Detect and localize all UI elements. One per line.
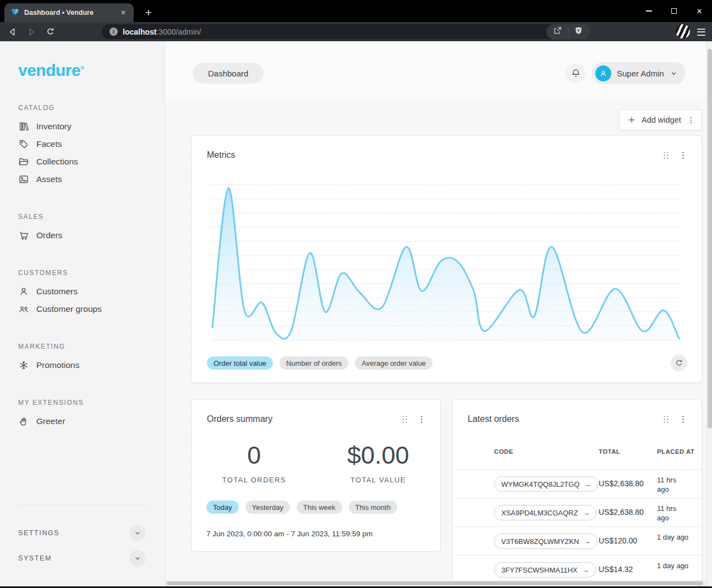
forward-button[interactable] xyxy=(23,24,40,40)
metrics-title: Metrics xyxy=(207,150,235,160)
bell-icon xyxy=(571,68,581,79)
new-tab-button[interactable]: + xyxy=(141,5,156,20)
sidebar-item-customers[interactable]: Customers xyxy=(18,283,165,300)
tab-yesterday[interactable]: Yesterday xyxy=(245,501,290,514)
metrics-chart-area xyxy=(211,183,681,342)
order-placed-at: 1 day ago xyxy=(657,561,689,570)
sidebar-item-collections[interactable]: Collections xyxy=(18,153,165,171)
window-minimize-button[interactable] xyxy=(636,0,661,22)
drag-handle-icon[interactable] xyxy=(662,151,670,160)
order-code-link[interactable]: XSA9PD4LM3CGAQRZ→ xyxy=(494,505,596,520)
order-code-link[interactable]: 3FY7FSCWSHMA11HX→ xyxy=(494,562,596,578)
vendure-logo[interactable]: vendure® xyxy=(18,59,165,79)
window-close-button[interactable]: ✕ xyxy=(687,0,712,22)
order-placed-at: 11 hrs ago xyxy=(657,504,689,523)
inventory-icon xyxy=(18,121,29,132)
order-placed-at: 1 day ago xyxy=(657,532,689,542)
tab-today[interactable]: Today xyxy=(206,501,239,514)
drag-handle-icon[interactable] xyxy=(401,415,409,424)
table-row: WYMGK4TQQ8JL2TGQ→ US$2,638.80 11 hrs ago xyxy=(453,469,702,498)
vertical-scrollbar[interactable] xyxy=(706,41,712,588)
sidebar-item-inventory[interactable]: Inventory xyxy=(18,118,165,135)
total-value-label: TOTAL VALUE xyxy=(316,476,441,484)
browser-menu-icon[interactable] xyxy=(694,25,708,39)
horizontal-scrollbar[interactable] xyxy=(165,580,706,586)
total-orders-value: 0 xyxy=(192,439,316,471)
site-info-icon[interactable]: i xyxy=(109,28,118,36)
column-placed-at: PLACED AT xyxy=(657,448,694,455)
tab-number-of-orders[interactable]: Number of orders xyxy=(280,356,348,370)
sidebar-item-greeter[interactable]: Greeter xyxy=(18,413,165,430)
tab-close-icon[interactable]: ✕ xyxy=(118,8,128,18)
tab-average-order-value[interactable]: Average order value xyxy=(355,356,432,370)
metrics-chart xyxy=(211,183,681,342)
arrow-right-icon: → xyxy=(582,509,589,517)
share-icon[interactable] xyxy=(553,26,562,37)
tab-order-total-value[interactable]: Order total value xyxy=(207,356,273,370)
browser-window: Dashboard • Vendure ✕ + ✕ i localhost:30… xyxy=(0,0,712,588)
order-code-link[interactable]: V3T6BW8ZQLWMYZKN→ xyxy=(494,534,598,549)
latest-orders-rows: WYMGK4TQQ8JL2TGQ→ US$2,638.80 11 hrs ago… xyxy=(453,469,702,584)
sidebar-item-assets[interactable]: Assets xyxy=(18,171,165,188)
table-row: 3FY7FSCWSHMA11HX→ US$14.32 1 day ago xyxy=(453,555,702,584)
vertical-scrollbar-thumb[interactable] xyxy=(708,49,712,428)
user-menu[interactable]: Super Admin xyxy=(592,62,686,84)
snowflake-icon xyxy=(18,360,29,371)
browser-tab[interactable]: Dashboard • Vendure ✕ xyxy=(4,3,134,22)
admin-app: vendure® CATALOG Inventory Facets Collec… xyxy=(0,41,712,588)
dashboard-content: Add widget Metrics xyxy=(165,102,706,588)
vendure-favicon-icon xyxy=(11,8,19,18)
browser-toolbar: i localhost:3000/admin/ xyxy=(0,22,712,41)
add-widget-button[interactable]: Add widget xyxy=(619,109,702,130)
sidebar-item-facets[interactable]: Facets xyxy=(18,135,165,153)
hand-icon xyxy=(18,416,29,427)
window-controls: ✕ xyxy=(636,0,712,22)
system-expand-button[interactable] xyxy=(129,550,146,567)
kebab-menu-icon[interactable] xyxy=(679,151,687,160)
sidebar: vendure® CATALOG Inventory Facets Collec… xyxy=(0,41,165,588)
date-range-text: 7 Jun 2023, 0:00:00 am - 7 Jun 2023, 11:… xyxy=(206,530,373,538)
order-total: US$2,638.80 xyxy=(599,479,644,488)
reload-button[interactable] xyxy=(42,24,58,40)
window-maximize-button[interactable] xyxy=(661,0,687,22)
kebab-menu-icon[interactable] xyxy=(687,116,695,124)
page-header: Dashboard Super Admin xyxy=(165,41,706,102)
notifications-button[interactable] xyxy=(566,63,585,83)
sidebar-item-orders[interactable]: Orders xyxy=(18,227,165,244)
latest-orders-title: Latest orders xyxy=(468,414,519,424)
plus-icon xyxy=(627,116,636,124)
total-orders-stat: 0 TOTAL ORDERS xyxy=(192,439,316,484)
user-avatar xyxy=(595,65,611,81)
back-button[interactable] xyxy=(4,24,21,40)
kebab-menu-icon[interactable] xyxy=(679,415,687,424)
breadcrumb[interactable]: Dashboard xyxy=(193,63,264,84)
tab-this-week[interactable]: This week xyxy=(297,501,342,514)
sidebar-item-customer-groups[interactable]: Customer groups xyxy=(18,300,165,318)
order-total: US$14.32 xyxy=(599,565,633,574)
refresh-icon xyxy=(675,359,683,367)
arrow-right-icon: → xyxy=(582,566,589,574)
users-icon xyxy=(18,304,29,315)
sidebar-item-system[interactable]: SYSTEM xyxy=(18,547,146,569)
brave-shield-icon[interactable] xyxy=(574,26,583,37)
sidebar-item-settings[interactable]: SETTINGS xyxy=(18,522,146,544)
browser-profile-avatar[interactable] xyxy=(676,24,690,39)
section-label-sales: SALES xyxy=(18,213,165,221)
chevron-down-icon xyxy=(670,69,678,78)
address-bar[interactable]: i localhost:3000/admin/ xyxy=(102,24,571,39)
arrow-right-icon: → xyxy=(584,480,591,488)
refresh-button[interactable] xyxy=(671,355,687,371)
order-code-link[interactable]: WYMGK4TQQ8JL2TGQ→ xyxy=(494,476,598,492)
tab-this-month[interactable]: This month xyxy=(349,501,397,514)
browser-tab-strip: Dashboard • Vendure ✕ + ✕ xyxy=(0,0,712,22)
section-label-my-extensions: MY EXTENSIONS xyxy=(18,399,165,406)
orders-summary-title: Orders summary xyxy=(207,414,272,424)
section-label-catalog: CATALOG xyxy=(18,104,165,112)
column-total: TOTAL xyxy=(599,448,620,455)
kebab-menu-icon[interactable] xyxy=(418,415,426,424)
drag-handle-icon[interactable] xyxy=(662,415,670,424)
settings-expand-button[interactable] xyxy=(129,525,146,541)
metrics-widget: Metrics Ord xyxy=(191,135,702,383)
sidebar-item-promotions[interactable]: Promotions xyxy=(18,356,165,374)
horizontal-scrollbar-thumb[interactable] xyxy=(167,581,703,585)
